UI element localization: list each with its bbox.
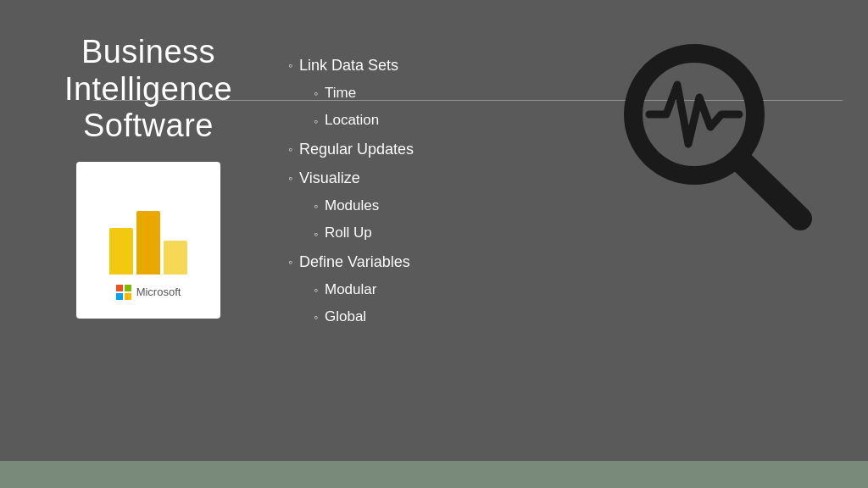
microsoft-logo: Microsoft xyxy=(116,285,181,300)
bottom-bar xyxy=(0,461,868,488)
pbi-bars xyxy=(109,211,187,274)
ms-yellow-square xyxy=(125,293,131,300)
magnify-icon xyxy=(614,34,817,237)
right-section xyxy=(588,17,843,237)
microsoft-grid-icon xyxy=(116,285,131,300)
feature-list: Link Data Sets Time Location Regular Upd… xyxy=(288,51,588,331)
page-title: Business Intelligence Software xyxy=(64,34,232,145)
power-bi-icon xyxy=(106,181,191,274)
list-item: Define Variables xyxy=(288,247,588,276)
list-item: Visualize xyxy=(288,164,588,192)
pbi-bar-3 xyxy=(164,241,187,274)
product-card: Microsoft xyxy=(76,162,220,319)
ms-red-square xyxy=(116,285,123,291)
list-item: Modules xyxy=(288,192,588,219)
main-content: Business Intelligence Software Micr xyxy=(0,0,868,461)
list-item: Time xyxy=(288,80,588,107)
list-item: Location xyxy=(288,107,588,134)
list-item: Regular Updates xyxy=(288,135,588,164)
list-item: Link Data Sets xyxy=(288,51,588,80)
pbi-bar-2 xyxy=(136,211,160,274)
left-section: Business Intelligence Software Micr xyxy=(25,17,271,319)
list-item: Global xyxy=(288,303,588,330)
pbi-bar-1 xyxy=(109,228,133,274)
ms-blue-square xyxy=(116,293,123,300)
microsoft-label: Microsoft xyxy=(136,286,181,298)
list-item: Modular xyxy=(288,276,588,303)
ms-green-square xyxy=(125,285,131,291)
svg-line-1 xyxy=(741,161,800,219)
middle-section: Link Data Sets Time Location Regular Upd… xyxy=(271,17,588,331)
list-item: Roll Up xyxy=(288,219,588,247)
magnify-svg xyxy=(614,34,817,237)
